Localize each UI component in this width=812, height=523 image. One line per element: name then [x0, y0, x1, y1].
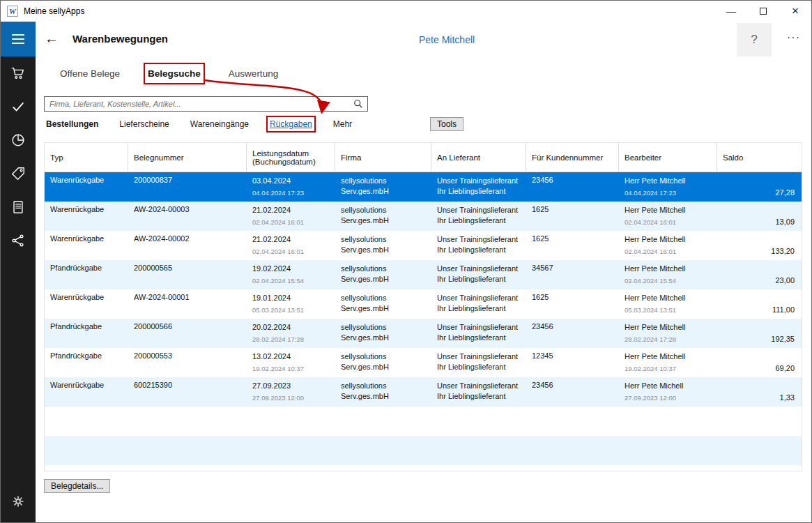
- pie-chart-icon[interactable]: [1, 123, 36, 157]
- cell-saldo: 23,00: [717, 260, 802, 289]
- tab-offene-belege[interactable]: Offene Belege: [60, 67, 120, 80]
- cell-belegnummer: 200000565: [128, 260, 247, 289]
- cell-leistungsdatum: 03.04.2024 04.04.2024 17:23: [247, 172, 335, 202]
- cell-kundennummer: 23456: [526, 319, 619, 348]
- column-header-bearbeiter[interactable]: Bearbeiter: [619, 143, 717, 172]
- journal-icon[interactable]: [1, 190, 36, 224]
- cell-firma: sellysolutions Serv.ges.mbH: [335, 348, 431, 377]
- page-title: Warenbewegungen: [72, 33, 168, 45]
- menu-icon[interactable]: [1, 22, 36, 56]
- subtab-mehr[interactable]: Mehr: [333, 119, 352, 129]
- subtab-rueckgaben[interactable]: Rückgaben: [270, 119, 312, 129]
- cell-leistungsdatum: 20.02.2024 28.02.2024 17:28: [247, 319, 335, 348]
- cell-typ: Pfandrückgabe: [45, 319, 128, 348]
- cell-firma: sellysolutions Serv.ges.mbH: [335, 172, 431, 202]
- column-header-firma[interactable]: Firma: [335, 143, 431, 172]
- minimize-button[interactable]: —: [715, 1, 747, 22]
- gear-icon[interactable]: [1, 485, 36, 518]
- column-header-leistungsdatum[interactable]: Leistungsdatum(Buchungsdatum): [247, 143, 335, 172]
- tab-auswertung[interactable]: Auswertung: [229, 67, 278, 80]
- window-title: Meine sellyApps: [24, 6, 84, 16]
- cell-bearbeiter: Herr Pete Mitchell 19.02.2024 10:37: [619, 348, 717, 377]
- subtab-lieferscheine[interactable]: Lieferscheine: [119, 119, 169, 129]
- cell-kundennummer: 1625: [526, 289, 619, 319]
- subtab-wareneingaenge[interactable]: Wareneingänge: [190, 119, 249, 129]
- back-button[interactable]: ←: [45, 30, 59, 47]
- tab-belegsuche[interactable]: Belegsuche: [148, 67, 201, 80]
- cell-typ: Pfandrückgabe: [45, 260, 128, 289]
- cell-belegnummer: AW-2024-00003: [128, 202, 247, 231]
- cell-belegnummer: AW-2024-00002: [128, 231, 247, 260]
- cell-an-lieferant: Unser Trainingslieferant Ihr Lieblingsli…: [431, 377, 526, 407]
- cell-firma: sellysolutions Serv.ges.mbH: [335, 231, 431, 260]
- cell-an-lieferant: Unser Trainingslieferant Ihr Lieblingsli…: [431, 202, 526, 231]
- cell-kundennummer: 34567: [526, 260, 619, 289]
- table-body: Warenrückgabe 200000837 03.04.2024 04.04…: [45, 172, 802, 407]
- cell-leistungsdatum: 21.02.2024 02.04.2024 16:01: [247, 202, 335, 231]
- table-row[interactable]: Pfandrückgabe 200000553 13.02.2024 19.02…: [45, 348, 802, 377]
- cell-saldo: 13,09: [717, 202, 802, 231]
- cell-bearbeiter: Herr Pete Mitchell 02.04.2024 16:01: [619, 202, 717, 231]
- table-row[interactable]: Pfandrückgabe 200000566 20.02.2024 28.02…: [45, 319, 802, 348]
- cell-bearbeiter: Herr Pete Michell 27.09.2023 12:00: [619, 377, 717, 407]
- subtab-bestellungen[interactable]: Bestellungen: [46, 119, 98, 129]
- cell-belegnummer: 200000837: [128, 172, 247, 202]
- search-box: [44, 96, 368, 112]
- cell-typ: Warenrückgabe: [45, 202, 128, 231]
- cell-leistungsdatum: 19.02.2024 02.04.2024 15:54: [247, 260, 335, 289]
- belegdetails-button[interactable]: Belegdetails...: [44, 479, 110, 493]
- cell-saldo: 27,28: [717, 172, 802, 202]
- cell-leistungsdatum: 19.01.2024 05.03.2024 13:51: [247, 289, 335, 319]
- cell-belegnummer: AW-2024-00001: [128, 289, 247, 319]
- cell-firma: sellysolutions Serv.ges.mbH: [335, 377, 431, 407]
- column-header-kundennummer[interactable]: Für Kundennummer: [526, 143, 619, 172]
- cell-typ: Warenrückgabe: [45, 377, 128, 407]
- search-icon[interactable]: [353, 99, 363, 112]
- tools-button[interactable]: Tools: [430, 117, 464, 131]
- column-header-belegnummer[interactable]: Belegnummer: [128, 143, 247, 172]
- cell-firma: sellysolutions Serv.ges.mbH: [335, 202, 431, 231]
- table-row[interactable]: Warenrückgabe 600215390 27.09.2023 27.09…: [45, 377, 802, 407]
- cell-typ: Warenrückgabe: [45, 289, 128, 319]
- titlebar: W Meine sellyApps — ×: [1, 1, 811, 22]
- cell-firma: sellysolutions Serv.ges.mbH: [335, 260, 431, 289]
- column-header-an-lieferant[interactable]: An Lieferant: [431, 143, 526, 172]
- results-table: Typ Belegnummer Leistungsdatum(Buchungsd…: [44, 142, 802, 471]
- cart-icon[interactable]: [1, 56, 36, 90]
- user-name[interactable]: Pete Mitchell: [419, 34, 475, 45]
- cell-an-lieferant: Unser Trainingslieferant Ihr Lieblingsli…: [431, 172, 526, 202]
- cell-an-lieferant: Unser Trainingslieferant Ihr Lieblingsli…: [431, 289, 526, 319]
- maximize-button[interactable]: [747, 1, 779, 22]
- table-row[interactable]: Warenrückgabe 200000837 03.04.2024 04.04…: [45, 172, 802, 202]
- cell-saldo: 1,33: [717, 377, 802, 407]
- cell-leistungsdatum: 13.02.2024 19.02.2024 10:37: [247, 348, 335, 377]
- search-input[interactable]: [44, 96, 368, 112]
- cell-bearbeiter: Herr Pete Mitchell 05.03.2024 13:51: [619, 289, 717, 319]
- tag-icon[interactable]: [1, 157, 36, 190]
- empty-row: [45, 407, 802, 436]
- help-button[interactable]: ?: [737, 23, 772, 56]
- column-header-saldo[interactable]: Saldo: [717, 143, 802, 172]
- more-options-button[interactable]: ···: [787, 31, 800, 44]
- table-row[interactable]: Pfandrückgabe 200000565 19.02.2024 02.04…: [45, 260, 802, 289]
- cell-leistungsdatum: 27.09.2023 27.09.2023 12:00: [247, 377, 335, 407]
- cell-typ: Warenrückgabe: [45, 172, 128, 202]
- table-row[interactable]: Warenrückgabe AW-2024-00003 21.02.2024 0…: [45, 202, 802, 231]
- cell-bearbeiter: Herr Pete Mitchell 28.02.2024 17:28: [619, 319, 717, 348]
- cell-saldo: 69,20: [717, 348, 802, 377]
- cell-an-lieferant: Unser Trainingslieferant Ihr Lieblingsli…: [431, 231, 526, 260]
- cell-bearbeiter: Herr Pete Mitchell 02.04.2024 15:54: [619, 260, 717, 289]
- table-row[interactable]: Warenrückgabe AW-2024-00002 21.02.2024 0…: [45, 231, 802, 260]
- check-icon[interactable]: [1, 90, 36, 123]
- cell-leistungsdatum: 21.02.2024 02.04.2024 16:01: [247, 231, 335, 260]
- sidebar: [1, 22, 36, 522]
- cell-typ: Pfandrückgabe: [45, 348, 128, 377]
- close-button[interactable]: ×: [779, 1, 811, 22]
- cell-typ: Warenrückgabe: [45, 231, 128, 260]
- table-row[interactable]: Warenrückgabe AW-2024-00001 19.01.2024 0…: [45, 289, 802, 319]
- cell-bearbeiter: Herr Pete Mitchell 02.04.2024 16:01: [619, 231, 717, 260]
- cell-belegnummer: 600215390: [128, 377, 247, 407]
- column-header-typ[interactable]: Typ: [45, 143, 128, 172]
- table-header: Typ Belegnummer Leistungsdatum(Buchungsd…: [45, 143, 802, 172]
- share-icon[interactable]: [1, 224, 36, 257]
